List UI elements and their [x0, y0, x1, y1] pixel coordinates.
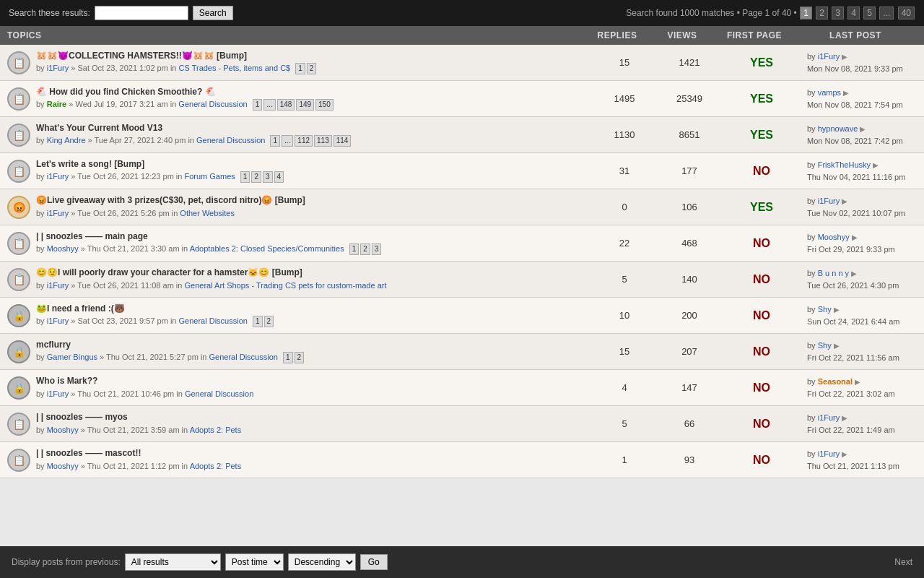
firstpage-badge: NO [722, 342, 801, 361]
topic-cell: 📋 | | snoozles —— myos by Mooshyy » Thu … [0, 407, 592, 441]
firstpage-badge: NO [722, 234, 801, 253]
views-count: 1421 [657, 54, 722, 71]
topic-icon: 📋 [6, 158, 32, 184]
page-link[interactable]: 3 [832, 7, 844, 20]
table-row: 🔒 🐸I need a friend :(🐻 by i1Fury » Sat O… [0, 298, 924, 334]
topic-cell: 📋 Let's write a song! [Bump] by i1Fury »… [0, 154, 592, 189]
lastpost-info: by B u n n y ▶Tue Oct 26, 2021 4:30 pm [801, 264, 924, 294]
topic-meta: by i1Fury » Sat Oct 23, 2021 9:57 pm in … [36, 316, 586, 327]
topic-status-icon: 🔒 [7, 340, 30, 363]
bottom-controls: Display posts from previous: All results… [12, 553, 388, 571]
topic-icon: 📋 [6, 230, 32, 256]
topic-title[interactable]: | | snoozles —— mascot!! [36, 448, 586, 460]
topic-meta: by King Andre » Tue Apr 27, 2021 2:40 pm… [36, 135, 586, 147]
views-count: 93 [657, 452, 722, 468]
next-link[interactable]: Next [894, 557, 912, 567]
lastpost-info: by i1Fury ▶Tue Nov 02, 2021 10:07 pm [801, 192, 924, 222]
table-row: 📋 🐹🐹😈COLLECTING HAMSTERS!!😈🐹🐹 [Bump] by … [0, 45, 924, 81]
firstpage-badge: NO [722, 415, 801, 434]
topic-title[interactable]: Let's write a song! [Bump] [36, 159, 586, 171]
topic-info: 🐹🐹😈COLLECTING HAMSTERS!!😈🐹🐹 [Bump] by i1… [36, 51, 586, 75]
lastpost-info: by Mooshyy ▶Fri Oct 29, 2021 9:33 pm [801, 228, 924, 258]
search-input[interactable] [95, 6, 188, 20]
replies-count: 15 [592, 343, 657, 360]
topic-status-icon: 📋 [7, 87, 30, 111]
table-row: 📋 | | snoozles —— mascot!! by Mooshyy » … [0, 442, 924, 478]
topic-info: 😊😟I will poorly draw your character for … [36, 267, 586, 291]
col-replies-header: REPLIES [585, 30, 650, 40]
topic-meta: by i1Fury » Sat Oct 23, 2021 1:02 pm in … [36, 63, 586, 74]
topic-info: | | snoozles —— main page by Mooshyy » T… [36, 231, 586, 256]
filter-select[interactable]: All results Unanswered topics Active top… [125, 553, 221, 571]
topic-info: Who is Mark?? by i1Fury » Thu Oct 21, 20… [36, 376, 586, 400]
results-info: Search found 1000 matches • Page 1 of 40… [626, 8, 797, 18]
lastpost-info: by Shy ▶Sun Oct 24, 2021 6:44 am [801, 301, 924, 330]
page-link[interactable]: 4 [847, 7, 860, 20]
views-count: 106 [657, 199, 722, 215]
topic-status-icon: 🔒 [7, 376, 30, 400]
topic-title[interactable]: 🐸I need a friend :(🐻 [36, 303, 586, 315]
topic-cell: 📋 🐔 How did you find Chicken Smoothie? 🐔… [0, 82, 592, 116]
page-link-last[interactable]: 40 [898, 7, 915, 20]
topic-title[interactable]: Who is Mark?? [36, 376, 586, 387]
bottom-bar: Display posts from previous: All results… [0, 546, 924, 578]
page-link[interactable]: 5 [863, 7, 876, 20]
topic-status-icon: 📋 [7, 160, 30, 183]
order-select[interactable]: Descending Ascending [288, 553, 356, 571]
topic-title[interactable]: What's Your Current Mood V13 [36, 123, 586, 134]
topic-meta: by i1Fury » Tue Oct 26, 2021 11:08 am in… [36, 280, 586, 291]
topic-meta: by Raire » Wed Jul 19, 2017 3:21 am in G… [36, 99, 586, 111]
firstpage-badge: YES [722, 90, 801, 108]
replies-count: 5 [592, 271, 657, 288]
table-row: 🔒 Who is Mark?? by i1Fury » Thu Oct 21, … [0, 370, 924, 406]
topic-icon: 🔒 [6, 339, 32, 365]
topic-cell: 😡 😡Live giveaway with 3 prizes(C$30, pet… [0, 190, 592, 225]
topic-info: mcflurry by Gamer Bingus » Thu Oct 21, 2… [36, 340, 586, 364]
page-link[interactable]: 1 [800, 7, 812, 20]
topic-info: 🐔 How did you find Chicken Smoothie? 🐔 b… [36, 87, 586, 111]
topic-info: | | snoozles —— myos by Mooshyy » Thu Oc… [36, 412, 586, 436]
topic-icon: 📋 [6, 411, 32, 437]
page-link[interactable]: 2 [816, 7, 828, 20]
topic-status-icon: 📋 [7, 268, 30, 291]
lastpost-info: by i1Fury ▶Thu Oct 21, 2021 1:13 pm [801, 445, 924, 475]
firstpage-badge: NO [722, 379, 801, 397]
sort-select[interactable]: Post time Author Subject Forum [225, 553, 284, 571]
table-header: TOPICS REPLIES VIEWS FIRST PAGE LAST POS… [0, 26, 924, 45]
replies-count: 1130 [592, 126, 657, 143]
topic-cell: 📋 🐹🐹😈COLLECTING HAMSTERS!!😈🐹🐹 [Bump] by … [0, 46, 592, 80]
go-button[interactable]: Go [360, 554, 388, 570]
topic-title[interactable]: mcflurry [36, 340, 586, 351]
topic-title[interactable]: 🐔 How did you find Chicken Smoothie? 🐔 [36, 87, 586, 98]
col-firstpage-header: FIRST PAGE [715, 30, 794, 40]
topic-status-icon: 📋 [7, 51, 30, 74]
topic-title[interactable]: | | snoozles —— main page [36, 231, 586, 243]
replies-count: 1495 [592, 90, 657, 107]
search-button[interactable]: Search [193, 6, 233, 20]
topic-cell: 📋 | | snoozles —— main page by Mooshyy »… [0, 226, 592, 261]
search-right: Search found 1000 matches • Page 1 of 40… [626, 8, 915, 18]
topic-meta: by Gamer Bingus » Thu Oct 21, 2021 5:27 … [36, 352, 586, 363]
topic-status-icon: 📋 [7, 413, 30, 436]
replies-count: 0 [592, 199, 657, 215]
topic-title[interactable]: | | snoozles —— myos [36, 412, 586, 423]
lastpost-info: by vamps ▶Mon Nov 08, 2021 7:54 pm [801, 84, 924, 113]
topic-title[interactable]: 😡Live giveaway with 3 prizes(C$30, pet, … [36, 195, 586, 207]
views-count: 207 [657, 343, 722, 360]
views-count: 25349 [657, 90, 722, 107]
firstpage-badge: YES [722, 53, 801, 72]
table-row: 📋 | | snoozles —— myos by Mooshyy » Thu … [0, 406, 924, 442]
views-count: 66 [657, 415, 722, 432]
topic-status-icon: 😡 [7, 196, 30, 219]
replies-count: 5 [592, 415, 657, 432]
topic-title[interactable]: 😊😟I will poorly draw your character for … [36, 267, 586, 279]
table-row: 📋 What's Your Current Mood V13 by King A… [0, 117, 924, 153]
topic-icon: 📋 [6, 267, 32, 293]
views-count: 147 [657, 379, 722, 396]
topic-cell: 🔒 Who is Mark?? by i1Fury » Thu Oct 21, … [0, 371, 592, 405]
topic-meta: by i1Fury » Tue Oct 26, 2021 5:26 pm in … [36, 208, 586, 219]
topic-title[interactable]: 🐹🐹😈COLLECTING HAMSTERS!!😈🐹🐹 [Bump] [36, 51, 586, 62]
table-row: 📋 🐔 How did you find Chicken Smoothie? 🐔… [0, 81, 924, 117]
topic-icon: 📋 [6, 86, 32, 112]
table-row: 📋 | | snoozles —— main page by Mooshyy »… [0, 225, 924, 262]
